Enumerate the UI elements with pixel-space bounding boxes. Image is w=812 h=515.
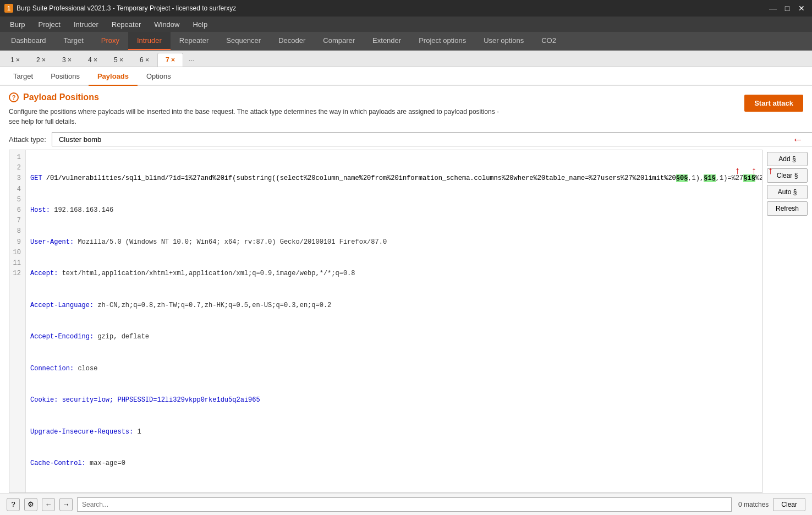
close-button[interactable]: ✕ bbox=[795, 2, 808, 14]
attack-type-select[interactable]: Sniper Battering ram Pitchfork Cluster b… bbox=[52, 132, 812, 146]
intruder-tab-3[interactable]: 3 × bbox=[54, 53, 80, 67]
add-section-button[interactable]: Add § bbox=[767, 152, 808, 166]
maximize-button[interactable]: □ bbox=[781, 2, 793, 14]
intruder-tab-4[interactable]: 4 × bbox=[80, 53, 106, 67]
payload-title-text: Payload Positions bbox=[23, 92, 99, 102]
tab-decoder[interactable]: Decoder bbox=[270, 32, 314, 50]
code-line-7: Connection: close bbox=[30, 364, 762, 374]
code-line-5: Accept-Language: zh-CN,zh;q=0.8,zh-TW;q=… bbox=[30, 300, 762, 311]
payload-title-area: ? Payload Positions Configure the positi… bbox=[9, 92, 744, 127]
tab-dashboard[interactable]: Dashboard bbox=[2, 32, 55, 50]
start-attack-button[interactable]: Start attack bbox=[744, 95, 803, 112]
section-tab-positions[interactable]: Positions bbox=[42, 67, 89, 86]
menu-bar: Burp Project Intruder Repeater Window He… bbox=[0, 17, 812, 32]
tab-repeater[interactable]: Repeater bbox=[171, 32, 217, 50]
tab-extender[interactable]: Extender bbox=[364, 32, 410, 50]
menu-item-window[interactable]: Window bbox=[149, 19, 185, 30]
code-line-6: Accept-Encoding: gzip, deflate bbox=[30, 332, 762, 342]
payload-description: Configure the positions where payloads w… bbox=[9, 107, 504, 127]
sidebar-buttons: Add § Clear § Auto § Refresh ↑ ↑ ↑ bbox=[762, 150, 812, 493]
menu-item-project[interactable]: Project bbox=[32, 19, 65, 30]
code-line-10: Cache-Control: max-age=0 bbox=[30, 458, 762, 469]
gear-bottom-icon[interactable]: ⚙ bbox=[24, 498, 37, 511]
clear-section-button[interactable]: Clear § bbox=[767, 168, 808, 183]
main-content: ? Payload Positions Configure the positi… bbox=[0, 86, 812, 515]
tab-co2[interactable]: CO2 bbox=[533, 32, 565, 50]
code-line-8: Cookie: security=low; PHPSESSID=12li329v… bbox=[30, 395, 762, 406]
menu-item-burp[interactable]: Burp bbox=[4, 19, 30, 30]
code-line-9: Upgrade-Insecure-Requests: 1 bbox=[30, 427, 762, 437]
request-area: 1 2 3 4 5 6 7 8 9 10 11 12 GET /01/vulne… bbox=[0, 150, 812, 493]
intruder-tab-2[interactable]: 2 × bbox=[28, 53, 54, 67]
forward-bottom-button[interactable]: → bbox=[59, 498, 73, 511]
tab-intruder[interactable]: Intruder bbox=[128, 32, 171, 50]
line-numbers: 1 2 3 4 5 6 7 8 9 10 11 12 bbox=[9, 150, 26, 493]
bottom-bar: ? ⚙ ← → 0 matches Clear bbox=[0, 493, 812, 515]
code-line-1: GET /01/vulnerabilities/sqli_blind/?id=1… bbox=[30, 173, 762, 184]
auto-section-button[interactable]: Auto § bbox=[767, 185, 808, 199]
tab-target[interactable]: Target bbox=[55, 32, 92, 50]
intruder-tab-5[interactable]: 5 × bbox=[106, 53, 131, 67]
menu-item-intruder[interactable]: Intruder bbox=[68, 19, 104, 30]
editor-content: 1 2 3 4 5 6 7 8 9 10 11 12 GET /01/vulne… bbox=[9, 150, 762, 493]
section-tab-options[interactable]: Options bbox=[138, 67, 180, 86]
nav-tabs: Dashboard Target Proxy Intruder Repeater… bbox=[0, 32, 812, 51]
menu-item-repeater[interactable]: Repeater bbox=[106, 19, 146, 30]
attack-type-label: Attack type: bbox=[9, 135, 46, 144]
payload-title: ? Payload Positions bbox=[9, 92, 744, 102]
section-tab-target[interactable]: Target bbox=[4, 67, 42, 86]
intruder-tab-7[interactable]: 7 × bbox=[157, 53, 183, 67]
intruder-tab-6[interactable]: 6 × bbox=[131, 53, 157, 67]
payload-header: ? Payload Positions Configure the positi… bbox=[0, 86, 812, 127]
search-input[interactable] bbox=[77, 497, 732, 512]
clear-search-button[interactable]: Clear bbox=[773, 498, 805, 511]
tab-user-options[interactable]: User options bbox=[475, 32, 533, 50]
intruder-tab-1[interactable]: 1 × bbox=[2, 53, 28, 67]
code-line-2: Host: 192.168.163.146 bbox=[30, 205, 762, 216]
tab-comparer[interactable]: Comparer bbox=[314, 32, 364, 50]
title-bar-controls[interactable]: — □ ✕ bbox=[767, 2, 808, 14]
tab-project-options[interactable]: Project options bbox=[410, 32, 475, 50]
attack-type-row: Attack type: Sniper Battering ram Pitchf… bbox=[0, 127, 812, 150]
code-lines: GET /01/vulnerabilities/sqli_blind/?id=1… bbox=[26, 150, 762, 493]
code-line-4: Accept: text/html,application/xhtml+xml,… bbox=[30, 269, 762, 279]
request-editor[interactable]: 1 2 3 4 5 6 7 8 9 10 11 12 GET /01/vulne… bbox=[9, 150, 762, 493]
help-icon[interactable]: ? bbox=[9, 92, 19, 102]
tab-proxy[interactable]: Proxy bbox=[92, 32, 128, 50]
menu-item-help[interactable]: Help bbox=[187, 19, 213, 30]
code-line-3: User-Agent: Mozilla/5.0 (Windows NT 10.0… bbox=[30, 237, 762, 248]
intruder-tabs: 1 × 2 × 3 × 4 × 5 × 6 × 7 × ... bbox=[0, 51, 812, 67]
matches-count: 0 matches bbox=[738, 501, 769, 508]
back-bottom-button[interactable]: ← bbox=[42, 498, 55, 511]
code-line-11 bbox=[30, 490, 762, 493]
intruder-tab-more[interactable]: ... bbox=[183, 51, 200, 67]
help-bottom-icon[interactable]: ? bbox=[7, 498, 20, 511]
title-bar-text: Burp Suite Professional v2021.3 - Tempor… bbox=[17, 4, 236, 12]
refresh-button[interactable]: Refresh bbox=[767, 201, 808, 216]
section-tab-payloads[interactable]: Payloads bbox=[89, 67, 138, 86]
title-bar: 1 Burp Suite Professional v2021.3 - Temp… bbox=[0, 0, 812, 17]
burp-icon: 1 bbox=[4, 4, 13, 13]
section-tabs: Target Positions Payloads Options bbox=[0, 67, 812, 86]
minimize-button[interactable]: — bbox=[767, 2, 779, 14]
title-bar-left: 1 Burp Suite Professional v2021.3 - Temp… bbox=[4, 4, 236, 13]
tab-sequencer[interactable]: Sequencer bbox=[217, 32, 270, 50]
